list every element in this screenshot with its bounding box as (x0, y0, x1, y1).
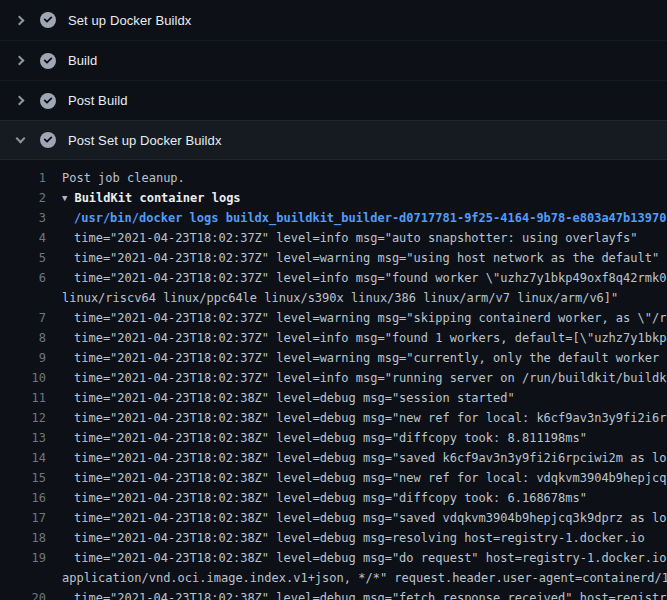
chevron-down-icon (12, 132, 28, 148)
log-text: time="2021-04-23T18:02:38Z" level=debug … (62, 448, 667, 468)
line-number[interactable] (0, 288, 46, 308)
log-line: 14 time="2021-04-23T18:02:38Z" level=deb… (0, 448, 667, 468)
log-line: 4 time="2021-04-23T18:02:37Z" level=info… (0, 228, 667, 248)
log-text: application/vnd.oci.image.index.v1+json,… (62, 568, 667, 588)
log-text: time="2021-04-23T18:02:37Z" level=info m… (62, 228, 667, 248)
log-text: time="2021-04-23T18:02:37Z" level=warnin… (62, 348, 667, 368)
line-number[interactable]: 20 (0, 588, 46, 600)
log-line: 2 ▼BuildKit container logs (0, 188, 667, 208)
log-text: time="2021-04-23T18:02:38Z" level=debug … (62, 388, 667, 408)
log-text: time="2021-04-23T18:02:37Z" level=info m… (62, 268, 667, 288)
log-text: time="2021-04-23T18:02:37Z" level=warnin… (62, 308, 667, 328)
log-group-toggle[interactable]: ▼BuildKit container logs (62, 188, 667, 208)
log-text: time="2021-04-23T18:02:38Z" level=debug … (62, 408, 667, 428)
log-line: 16 time="2021-04-23T18:02:38Z" level=deb… (0, 488, 667, 508)
step-row[interactable]: Build (0, 40, 667, 80)
step-title: Post Set up Docker Buildx (68, 133, 222, 148)
step-title: Post Build (68, 93, 128, 108)
line-number[interactable]: 9 (0, 348, 46, 368)
line-number[interactable]: 15 (0, 468, 46, 488)
line-number[interactable]: 4 (0, 228, 46, 248)
log-text: time="2021-04-23T18:02:37Z" level=info m… (62, 328, 667, 348)
success-check-icon (40, 53, 56, 69)
chevron-right-icon (12, 12, 28, 28)
chevron-right-icon (12, 53, 28, 69)
log-line: 13 time="2021-04-23T18:02:38Z" level=deb… (0, 428, 667, 448)
log-line: application/vnd.oci.image.index.v1+json,… (0, 568, 667, 588)
log-text: time="2021-04-23T18:02:38Z" level=debug … (62, 508, 667, 528)
log-line: 19 time="2021-04-23T18:02:38Z" level=deb… (0, 548, 667, 568)
line-number[interactable]: 5 (0, 248, 46, 268)
log-line: 6 time="2021-04-23T18:02:37Z" level=info… (0, 268, 667, 288)
step-title: Set up Docker Buildx (68, 13, 191, 28)
line-number[interactable]: 7 (0, 308, 46, 328)
log-text: time="2021-04-23T18:02:38Z" level=debug … (62, 548, 667, 568)
line-number[interactable]: 12 (0, 408, 46, 428)
line-number[interactable]: 16 (0, 488, 46, 508)
line-number[interactable]: 17 (0, 508, 46, 528)
line-number[interactable]: 2 (0, 188, 46, 208)
log-line: 1 Post job cleanup. (0, 168, 667, 188)
line-number[interactable]: 19 (0, 548, 46, 568)
log-line: 8 time="2021-04-23T18:02:37Z" level=info… (0, 328, 667, 348)
actions-log-panel: Set up Docker Buildx Build Post Build (0, 0, 667, 600)
log-line: 7 time="2021-04-23T18:02:37Z" level=warn… (0, 308, 667, 328)
log-line: 15 time="2021-04-23T18:02:38Z" level=deb… (0, 468, 667, 488)
log-line: 3 /usr/bin/docker logs buildx_buildkit_b… (0, 208, 667, 228)
log-text: time="2021-04-23T18:02:38Z" level=debug … (62, 428, 667, 448)
log-text: time="2021-04-23T18:02:38Z" level=debug … (62, 468, 667, 488)
line-number[interactable]: 14 (0, 448, 46, 468)
line-number[interactable]: 11 (0, 388, 46, 408)
steps-list: Set up Docker Buildx Build Post Build (0, 0, 667, 160)
line-number[interactable]: 8 (0, 328, 46, 348)
step-row[interactable]: Post Build (0, 80, 667, 120)
log-group-label: BuildKit container logs (74, 191, 240, 205)
log-text: time="2021-04-23T18:02:37Z" level=info m… (62, 368, 667, 388)
log-text: time="2021-04-23T18:02:38Z" level=debug … (62, 488, 667, 508)
log-line: 10 time="2021-04-23T18:02:37Z" level=inf… (0, 368, 667, 388)
step-row[interactable]: Post Set up Docker Buildx (0, 120, 667, 160)
log-line: 9 time="2021-04-23T18:02:37Z" level=warn… (0, 348, 667, 368)
log-line: 12 time="2021-04-23T18:02:38Z" level=deb… (0, 408, 667, 428)
log-viewer: 1 Post job cleanup. 2 ▼BuildKit containe… (0, 160, 667, 600)
log-text: linux/riscv64 linux/ppc64le linux/s390x … (62, 288, 667, 308)
line-number[interactable]: 3 (0, 208, 46, 228)
log-text: time="2021-04-23T18:02:37Z" level=warnin… (62, 248, 667, 268)
log-line: 5 time="2021-04-23T18:02:37Z" level=warn… (0, 248, 667, 268)
log-text: time="2021-04-23T18:02:38Z" level=debug … (62, 588, 667, 600)
line-number[interactable]: 10 (0, 368, 46, 388)
log-text: Post job cleanup. (62, 168, 667, 188)
log-line: 11 time="2021-04-23T18:02:38Z" level=deb… (0, 388, 667, 408)
chevron-right-icon (12, 93, 28, 109)
step-row[interactable]: Set up Docker Buildx (0, 0, 667, 40)
line-number[interactable]: 18 (0, 528, 46, 548)
line-number[interactable] (0, 568, 46, 588)
line-number[interactable]: 13 (0, 428, 46, 448)
success-check-icon (40, 132, 56, 148)
step-title: Build (68, 53, 97, 68)
log-line: 18 time="2021-04-23T18:02:38Z" level=deb… (0, 528, 667, 548)
log-line: linux/riscv64 linux/ppc64le linux/s390x … (0, 288, 667, 308)
log-text: time="2021-04-23T18:02:38Z" level=debug … (62, 528, 667, 548)
log-line: 17 time="2021-04-23T18:02:38Z" level=deb… (0, 508, 667, 528)
success-check-icon (40, 93, 56, 109)
triangle-down-icon: ▼ (62, 188, 67, 208)
log-text: /usr/bin/docker logs buildx_buildkit_bui… (62, 208, 667, 228)
line-number[interactable]: 1 (0, 168, 46, 188)
success-check-icon (40, 12, 56, 28)
line-number[interactable]: 6 (0, 268, 46, 288)
log-line: 20 time="2021-04-23T18:02:38Z" level=deb… (0, 588, 667, 600)
